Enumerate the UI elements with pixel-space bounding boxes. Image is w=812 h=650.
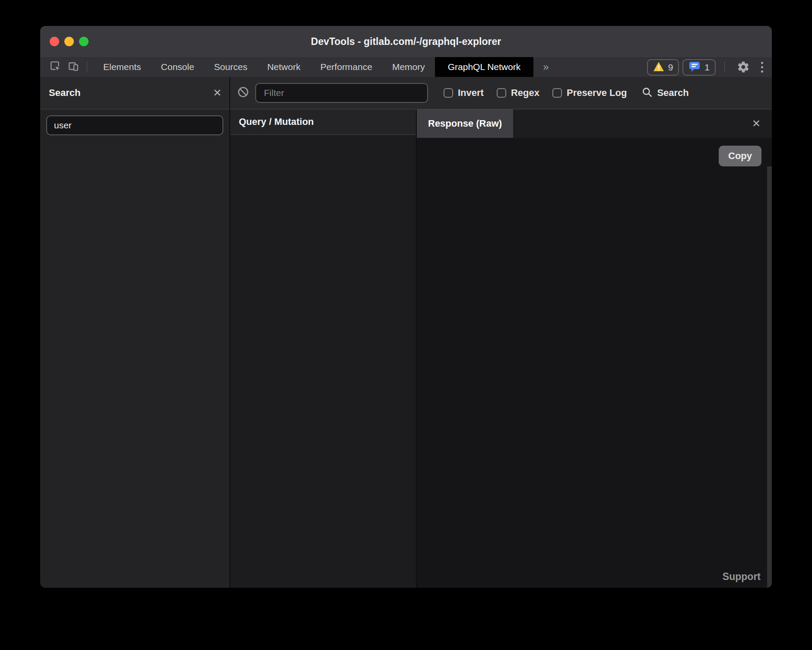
search-icon xyxy=(641,86,653,99)
network-filter-bar: Invert Regex Preserve Log Search xyxy=(230,77,772,109)
settings-gear-icon[interactable] xyxy=(732,57,755,77)
toolbar-separator xyxy=(724,61,725,73)
query-list-panel: Query / Mutation xyxy=(230,109,416,588)
tab-performance[interactable]: Performance xyxy=(311,57,382,77)
close-window-button[interactable] xyxy=(50,37,59,46)
checkbox-label: Preserve Log xyxy=(567,87,627,99)
checkbox-invert[interactable]: Invert xyxy=(444,87,484,99)
tab-memory[interactable]: Memory xyxy=(382,57,435,77)
query-list-header: Query / Mutation xyxy=(230,109,416,135)
device-toolbar-icon[interactable] xyxy=(68,61,79,73)
checkbox-box-icon[interactable] xyxy=(552,88,562,98)
checkbox-regex[interactable]: Regex xyxy=(497,87,539,99)
inspect-element-icon[interactable] xyxy=(50,61,61,73)
search-panel-title: Search xyxy=(49,87,213,99)
tab-elements[interactable]: Elements xyxy=(93,57,151,77)
search-results-panel xyxy=(40,109,229,588)
warning-icon xyxy=(653,61,664,74)
response-raw-view: Copy Support xyxy=(417,138,772,588)
more-tabs-button[interactable]: » xyxy=(533,57,557,77)
menu-kebab-icon[interactable] xyxy=(755,57,772,77)
tab-network[interactable]: Network xyxy=(257,57,311,77)
search-toggle[interactable]: Search xyxy=(641,86,688,99)
checkbox-box-icon[interactable] xyxy=(444,88,453,98)
search-panel-header: Search ✕ xyxy=(40,77,229,109)
tab-sources[interactable]: Sources xyxy=(204,57,257,77)
close-search-icon[interactable]: ✕ xyxy=(213,88,222,98)
checkbox-preserve-log[interactable]: Preserve Log xyxy=(552,87,627,99)
scrollbar[interactable] xyxy=(767,166,772,588)
close-detail-icon[interactable]: ✕ xyxy=(752,118,761,129)
messages-badge[interactable]: 1 xyxy=(682,59,716,76)
traffic-lights xyxy=(50,26,89,57)
filter-input[interactable] xyxy=(255,83,428,103)
devtools-window: DevTools - gitlab.com/-/graphql-explorer… xyxy=(40,26,772,588)
title-bar: DevTools - gitlab.com/-/graphql-explorer xyxy=(40,26,772,57)
tab-console[interactable]: Console xyxy=(151,57,204,77)
checkbox-box-icon[interactable] xyxy=(497,88,506,98)
warning-count: 9 xyxy=(668,62,673,73)
message-icon xyxy=(688,61,701,74)
tab-response-raw[interactable]: Response (Raw) xyxy=(417,109,513,138)
clipped-result-row[interactable] xyxy=(44,143,229,153)
minimize-window-button[interactable] xyxy=(64,37,74,46)
support-link[interactable]: Support xyxy=(723,571,761,583)
detail-tab-tail: ✕ xyxy=(513,109,772,138)
devtools-tab-bar: ElementsConsoleSourcesNetworkPerformance… xyxy=(40,57,772,77)
window-title: DevTools - gitlab.com/-/graphql-explorer xyxy=(40,36,772,48)
detail-tab-bar: Response (Raw) ✕ xyxy=(417,109,772,138)
warnings-badge[interactable]: 9 xyxy=(647,59,679,76)
search-input[interactable] xyxy=(46,115,223,135)
toolbar-separator xyxy=(87,61,87,73)
search-toggle-label: Search xyxy=(657,87,688,99)
checkbox-label: Regex xyxy=(511,87,539,99)
copy-button[interactable]: Copy xyxy=(719,146,761,166)
detail-panel: Response (Raw) ✕ Copy Support xyxy=(417,109,772,588)
toolbar-icons xyxy=(40,57,79,77)
message-count: 1 xyxy=(704,62,710,73)
tab-graphql-network[interactable]: GraphQL Network xyxy=(435,57,533,77)
maximize-window-button[interactable] xyxy=(79,37,89,46)
clear-log-icon[interactable] xyxy=(237,86,249,100)
checkbox-label: Invert xyxy=(458,87,484,99)
